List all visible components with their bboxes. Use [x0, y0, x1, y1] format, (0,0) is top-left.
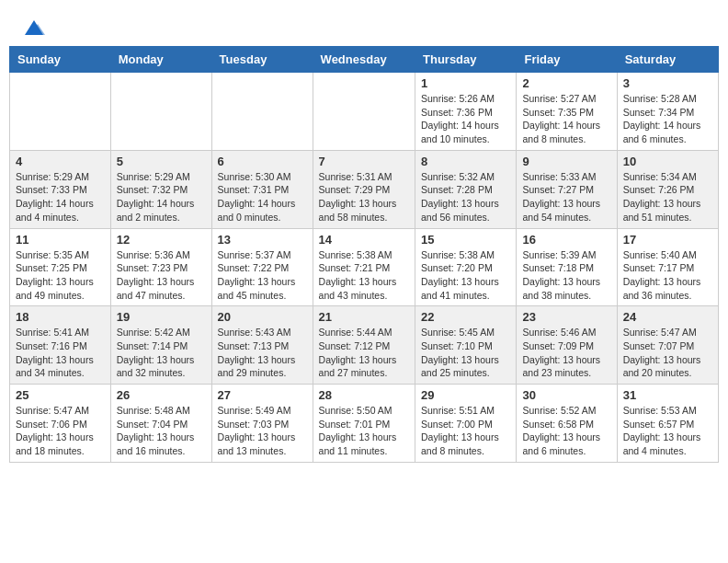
calendar-cell: 14Sunrise: 5:38 AMSunset: 7:21 PMDayligh…: [313, 228, 415, 306]
day-number: 6: [218, 155, 307, 168]
day-info: Sunrise: 5:47 AMSunset: 7:06 PMDaylight:…: [16, 404, 105, 458]
logo: [18, 18, 47, 37]
day-info: Sunrise: 5:31 AMSunset: 7:29 PMDaylight:…: [319, 170, 409, 224]
day-number: 25: [16, 388, 105, 402]
header-monday: Monday: [110, 47, 211, 73]
day-number: 28: [319, 388, 409, 402]
day-info: Sunrise: 5:38 AMSunset: 7:21 PMDaylight:…: [319, 248, 409, 303]
page-header: [9, 9, 719, 41]
day-number: 18: [16, 310, 105, 324]
day-number: 26: [117, 388, 206, 402]
calendar-cell: 30Sunrise: 5:52 AMSunset: 6:58 PMDayligh…: [517, 385, 617, 463]
calendar-header-row: SundayMondayTuesdayWednesdayThursdayFrid…: [10, 47, 719, 73]
day-number: 1: [421, 76, 510, 90]
calendar-cell: [313, 73, 415, 151]
day-info: Sunrise: 5:29 AMSunset: 7:33 PMDaylight:…: [16, 170, 105, 224]
day-number: 3: [623, 76, 712, 90]
logo-icon: [21, 15, 47, 40]
day-info: Sunrise: 5:34 AMSunset: 7:26 PMDaylight:…: [623, 170, 712, 224]
calendar-cell: 6Sunrise: 5:30 AMSunset: 7:31 PMDaylight…: [211, 150, 313, 228]
calendar-cell: 15Sunrise: 5:38 AMSunset: 7:20 PMDayligh…: [415, 228, 517, 306]
day-info: Sunrise: 5:49 AMSunset: 7:03 PMDaylight:…: [218, 404, 307, 458]
day-number: 10: [623, 155, 712, 168]
day-number: 4: [16, 155, 105, 168]
day-info: Sunrise: 5:29 AMSunset: 7:32 PMDaylight:…: [117, 170, 206, 224]
calendar-cell: [10, 73, 111, 151]
day-number: 8: [421, 155, 510, 168]
day-info: Sunrise: 5:44 AMSunset: 7:12 PMDaylight:…: [319, 326, 409, 380]
calendar-cell: [211, 73, 313, 151]
day-number: 9: [522, 155, 610, 168]
day-info: Sunrise: 5:37 AMSunset: 7:22 PMDaylight:…: [218, 248, 307, 303]
calendar-cell: 28Sunrise: 5:50 AMSunset: 7:01 PMDayligh…: [313, 385, 415, 463]
day-info: Sunrise: 5:46 AMSunset: 7:09 PMDaylight:…: [522, 326, 610, 380]
calendar-cell: 9Sunrise: 5:33 AMSunset: 7:27 PMDaylight…: [517, 150, 617, 228]
calendar-week-row: 25Sunrise: 5:47 AMSunset: 7:06 PMDayligh…: [10, 385, 719, 463]
header-sunday: Sunday: [10, 47, 111, 73]
calendar-cell: 24Sunrise: 5:47 AMSunset: 7:07 PMDayligh…: [617, 306, 718, 385]
day-info: Sunrise: 5:35 AMSunset: 7:25 PMDaylight:…: [16, 248, 105, 303]
day-info: Sunrise: 5:45 AMSunset: 7:10 PMDaylight:…: [421, 326, 510, 380]
calendar-cell: 19Sunrise: 5:42 AMSunset: 7:14 PMDayligh…: [110, 306, 211, 385]
day-info: Sunrise: 5:27 AMSunset: 7:35 PMDaylight:…: [522, 92, 610, 146]
day-info: Sunrise: 5:42 AMSunset: 7:14 PMDaylight:…: [117, 326, 206, 380]
day-info: Sunrise: 5:32 AMSunset: 7:28 PMDaylight:…: [421, 170, 510, 224]
day-number: 21: [319, 310, 409, 324]
calendar-week-row: 11Sunrise: 5:35 AMSunset: 7:25 PMDayligh…: [10, 228, 719, 306]
day-number: 13: [218, 233, 307, 247]
day-info: Sunrise: 5:53 AMSunset: 6:57 PMDaylight:…: [623, 404, 712, 458]
calendar-cell: 1Sunrise: 5:26 AMSunset: 7:36 PMDaylight…: [415, 73, 517, 151]
day-info: Sunrise: 5:51 AMSunset: 7:00 PMDaylight:…: [421, 404, 510, 458]
calendar-cell: 4Sunrise: 5:29 AMSunset: 7:33 PMDaylight…: [10, 150, 111, 228]
calendar-cell: 10Sunrise: 5:34 AMSunset: 7:26 PMDayligh…: [617, 150, 718, 228]
day-number: 19: [117, 310, 206, 324]
day-info: Sunrise: 5:41 AMSunset: 7:16 PMDaylight:…: [16, 326, 105, 380]
day-info: Sunrise: 5:39 AMSunset: 7:18 PMDaylight:…: [522, 248, 610, 303]
calendar-cell: 27Sunrise: 5:49 AMSunset: 7:03 PMDayligh…: [211, 385, 313, 463]
calendar-cell: [110, 73, 211, 151]
calendar-cell: 29Sunrise: 5:51 AMSunset: 7:00 PMDayligh…: [415, 385, 517, 463]
day-number: 14: [319, 233, 409, 247]
day-number: 16: [522, 233, 610, 247]
day-info: Sunrise: 5:38 AMSunset: 7:20 PMDaylight:…: [421, 248, 510, 303]
day-number: 24: [623, 310, 712, 324]
day-number: 31: [623, 388, 712, 402]
day-number: 5: [117, 155, 206, 168]
day-info: Sunrise: 5:50 AMSunset: 7:01 PMDaylight:…: [319, 404, 409, 458]
calendar-cell: 21Sunrise: 5:44 AMSunset: 7:12 PMDayligh…: [313, 306, 415, 385]
calendar-cell: 8Sunrise: 5:32 AMSunset: 7:28 PMDaylight…: [415, 150, 517, 228]
day-number: 7: [319, 155, 409, 168]
day-info: Sunrise: 5:33 AMSunset: 7:27 PMDaylight:…: [522, 170, 610, 224]
header-thursday: Thursday: [415, 47, 517, 73]
calendar-table: SundayMondayTuesdayWednesdayThursdayFrid…: [9, 46, 719, 463]
header-saturday: Saturday: [617, 47, 718, 73]
calendar-cell: 23Sunrise: 5:46 AMSunset: 7:09 PMDayligh…: [517, 306, 617, 385]
calendar-cell: 11Sunrise: 5:35 AMSunset: 7:25 PMDayligh…: [10, 228, 111, 306]
header-wednesday: Wednesday: [313, 47, 415, 73]
day-number: 15: [421, 233, 510, 247]
day-number: 27: [218, 388, 307, 402]
calendar-week-row: 18Sunrise: 5:41 AMSunset: 7:16 PMDayligh…: [10, 306, 719, 385]
calendar-cell: 18Sunrise: 5:41 AMSunset: 7:16 PMDayligh…: [10, 306, 111, 385]
calendar-cell: 26Sunrise: 5:48 AMSunset: 7:04 PMDayligh…: [110, 385, 211, 463]
day-info: Sunrise: 5:28 AMSunset: 7:34 PMDaylight:…: [623, 92, 712, 146]
day-number: 12: [117, 233, 206, 247]
calendar-cell: 12Sunrise: 5:36 AMSunset: 7:23 PMDayligh…: [110, 228, 211, 306]
calendar-cell: 25Sunrise: 5:47 AMSunset: 7:06 PMDayligh…: [10, 385, 111, 463]
day-info: Sunrise: 5:48 AMSunset: 7:04 PMDaylight:…: [117, 404, 206, 458]
day-info: Sunrise: 5:43 AMSunset: 7:13 PMDaylight:…: [218, 326, 307, 380]
day-info: Sunrise: 5:40 AMSunset: 7:17 PMDaylight:…: [623, 248, 712, 303]
day-number: 29: [421, 388, 510, 402]
header-tuesday: Tuesday: [211, 47, 313, 73]
calendar-cell: 31Sunrise: 5:53 AMSunset: 6:57 PMDayligh…: [617, 385, 718, 463]
day-info: Sunrise: 5:47 AMSunset: 7:07 PMDaylight:…: [623, 326, 712, 380]
calendar-cell: 20Sunrise: 5:43 AMSunset: 7:13 PMDayligh…: [211, 306, 313, 385]
calendar-cell: 17Sunrise: 5:40 AMSunset: 7:17 PMDayligh…: [617, 228, 718, 306]
day-info: Sunrise: 5:30 AMSunset: 7:31 PMDaylight:…: [218, 170, 307, 224]
calendar-cell: 16Sunrise: 5:39 AMSunset: 7:18 PMDayligh…: [517, 228, 617, 306]
day-number: 23: [522, 310, 610, 324]
day-number: 17: [623, 233, 712, 247]
calendar-cell: 13Sunrise: 5:37 AMSunset: 7:22 PMDayligh…: [211, 228, 313, 306]
day-number: 2: [522, 76, 610, 90]
day-number: 20: [218, 310, 307, 324]
